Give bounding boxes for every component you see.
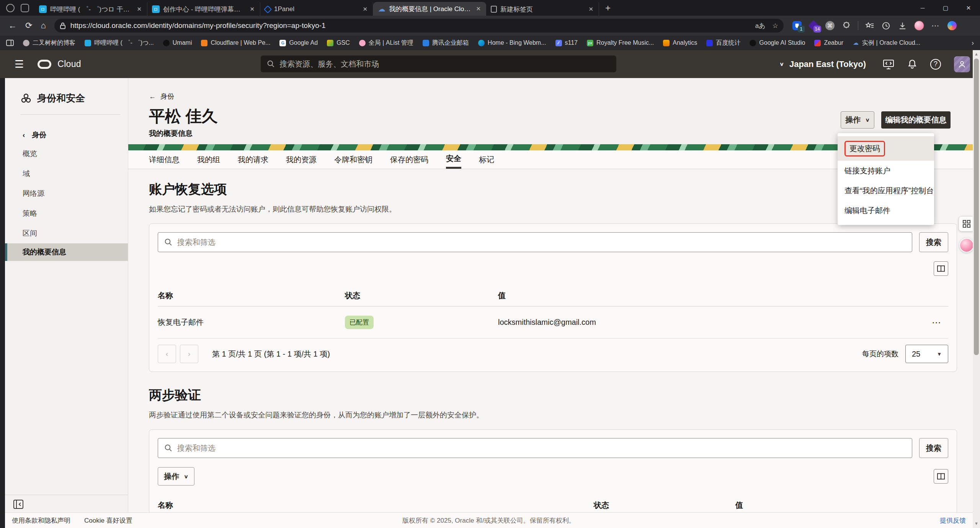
url-bar[interactable]: https://cloud.oracle.com/identity/domain… — [54, 19, 784, 33]
tab-close-icon[interactable]: ✕ — [135, 6, 143, 13]
column-header-name[interactable]: 名称 — [158, 290, 345, 301]
column-header-value[interactable]: 值 — [498, 290, 925, 301]
bookmarks-overflow-icon[interactable]: › — [972, 39, 974, 47]
sidebar-item-policies[interactable]: 策略 — [5, 204, 128, 223]
tab-saved-passwords[interactable]: 保存的密码 — [390, 150, 428, 169]
workspaces-icon[interactable] — [21, 4, 29, 12]
column-header-status[interactable]: 状态 — [594, 500, 735, 510]
bookmark-item[interactable]: Analytics — [663, 39, 697, 46]
column-toggle-icon[interactable] — [934, 261, 948, 276]
row-actions-icon[interactable]: ⋯ — [925, 317, 948, 328]
favorites-icon[interactable] — [865, 21, 875, 31]
sidebar-item-compartments[interactable]: 区间 — [5, 223, 128, 243]
bookmark-item[interactable]: ⁄⁄s117 — [555, 39, 578, 46]
menu-item-view-my-apps-console[interactable]: 查看“我的应用程序”控制台 — [838, 181, 934, 200]
close-button[interactable]: ✕ — [957, 0, 980, 16]
bookmark-item[interactable]: 哔哩哔哩 ( ゜- ゜)つ... — [85, 39, 154, 47]
history-icon[interactable] — [881, 21, 891, 31]
bookmark-item[interactable]: ☁实例 | Oracle Cloud... — [853, 39, 920, 47]
cloud-shell-icon[interactable] — [883, 59, 894, 70]
scrollbar-thumb[interactable] — [974, 59, 979, 355]
scroll-down-icon[interactable]: ▼ — [973, 521, 980, 526]
translate-icon[interactable]: aあ — [755, 21, 766, 30]
tab-details[interactable]: 详细信息 — [149, 150, 180, 169]
scroll-up-icon[interactable]: ▲ — [973, 52, 980, 56]
back-icon[interactable]: ← — [8, 21, 17, 31]
menu-icon[interactable]: ☰ — [15, 58, 24, 70]
oracle-logo[interactable] — [38, 60, 51, 69]
browser-profile-avatar[interactable] — [914, 21, 924, 31]
purple-extension-icon[interactable]: 14 — [808, 21, 818, 31]
tab-my-groups[interactable]: 我的组 — [197, 150, 220, 169]
tab-actions-icon[interactable] — [6, 4, 15, 12]
terms-link[interactable]: 使用条款和隐私声明 — [12, 516, 70, 525]
bookmark-item[interactable]: 百度统计 — [706, 39, 740, 47]
column-header-value[interactable]: 值 — [735, 500, 925, 510]
feedback-link[interactable]: 提供反馈 — [940, 516, 966, 525]
new-tab-button[interactable]: + — [605, 3, 611, 13]
assistant-avatar[interactable] — [959, 238, 974, 253]
minimize-button[interactable]: ─ — [911, 0, 934, 16]
menu-item-link-support-account[interactable]: 链接支持账户 — [838, 161, 934, 181]
tab-close-icon[interactable]: ✕ — [361, 6, 369, 13]
column-header-name[interactable]: 名称 — [158, 500, 594, 510]
maximize-button[interactable]: ▢ — [934, 0, 957, 16]
tab-my-requests[interactable]: 我的请求 — [238, 150, 268, 169]
browser-tab[interactable]: 创作中心 - 哔哩哔哩弹幕视频网 - ✕ — [147, 3, 260, 16]
back-link[interactable]: ← 身份 — [149, 92, 174, 101]
browser-tab-active[interactable]: 我的概要信息 | Oracle Cloud Infra ✕ — [373, 2, 486, 16]
page-scrollbar[interactable]: ▲ ▼ — [973, 50, 980, 528]
actions-button[interactable]: 操作 ∨ — [841, 111, 874, 129]
search-button[interactable]: 搜索 — [919, 438, 948, 458]
menu-item-edit-email[interactable]: 编辑电子邮件 — [838, 200, 934, 220]
prev-page-button[interactable]: ‹ — [158, 345, 176, 363]
bookmark-item[interactable]: Google AI Studio — [750, 39, 805, 46]
bookmark-item[interactable]: pxRoyalty Free Music... — [587, 39, 654, 46]
global-search[interactable] — [261, 55, 616, 72]
search-filter-box[interactable] — [158, 438, 912, 458]
tab-tokens-keys[interactable]: 令牌和密钥 — [334, 150, 372, 169]
tab-close-icon[interactable]: ✕ — [587, 6, 595, 13]
search-filter-box[interactable] — [158, 232, 912, 252]
sidebar-back-identity[interactable]: ‹ 身份 — [5, 115, 128, 144]
notifications-icon[interactable] — [907, 59, 917, 70]
bookmark-item[interactable]: Umami — [163, 39, 192, 46]
tab-my-resources[interactable]: 我的资源 — [286, 150, 317, 169]
browser-tab[interactable]: 1Panel ✕ — [260, 3, 373, 16]
menu-item-change-password[interactable]: 更改密码 — [838, 136, 934, 161]
help-icon[interactable]: ? — [930, 59, 941, 70]
edit-profile-button[interactable]: 编辑我的概要信息 — [881, 111, 951, 129]
next-page-button[interactable]: › — [180, 345, 198, 363]
global-search-input[interactable] — [279, 60, 610, 68]
user-avatar[interactable] — [954, 56, 970, 72]
tab-security[interactable]: 安全 — [446, 150, 461, 169]
tab-close-icon[interactable]: ✕ — [248, 6, 256, 13]
sidebar-item-domains[interactable]: 域 — [5, 164, 128, 184]
cookie-preferences-link[interactable]: Cookie 喜好设置 — [84, 516, 132, 525]
favorite-star-icon[interactable]: ☆ — [772, 22, 778, 30]
copilot-icon[interactable] — [947, 21, 957, 31]
extensions-puzzle-icon[interactable] — [841, 21, 851, 31]
sidebar-toggle-icon[interactable] — [6, 39, 14, 46]
sidebar-item-my-profile[interactable]: 我的概要信息 — [5, 243, 128, 261]
browser-tab[interactable]: 新建标签页 ✕ — [486, 3, 599, 16]
bookmark-item[interactable]: Home - Bing Webm... — [478, 39, 546, 46]
table-actions-button[interactable]: 操作 ∨ — [158, 467, 194, 486]
bookmark-item[interactable]: 腾讯企业邮箱 — [423, 39, 469, 47]
bookmark-item[interactable]: 全局 | AList 管理 — [359, 39, 413, 47]
bookmark-item[interactable]: GGoogle Ad — [279, 39, 318, 46]
bookmark-item[interactable]: GSC — [327, 39, 350, 46]
region-selector[interactable]: ∨ Japan East (Tokyo) — [779, 59, 866, 69]
items-per-page-select[interactable]: 25 ▼ — [905, 345, 948, 363]
sidebar-item-overview[interactable]: 概览 — [5, 144, 128, 164]
bookmark-item[interactable]: Zeabur — [814, 39, 843, 46]
tab-tags[interactable]: 标记 — [479, 150, 494, 169]
more-menu-icon[interactable]: ⋯ — [931, 21, 941, 31]
sidebar-item-network-sources[interactable]: 网络源 — [5, 184, 128, 204]
search-button[interactable]: 搜索 — [919, 232, 948, 252]
column-header-status[interactable]: 状态 — [345, 290, 498, 301]
extension-circle-icon[interactable]: ⌘ — [825, 21, 835, 31]
search-filter-input[interactable] — [177, 238, 906, 247]
column-toggle-icon[interactable] — [934, 469, 948, 484]
refresh-icon[interactable]: ⟳ — [25, 21, 32, 31]
